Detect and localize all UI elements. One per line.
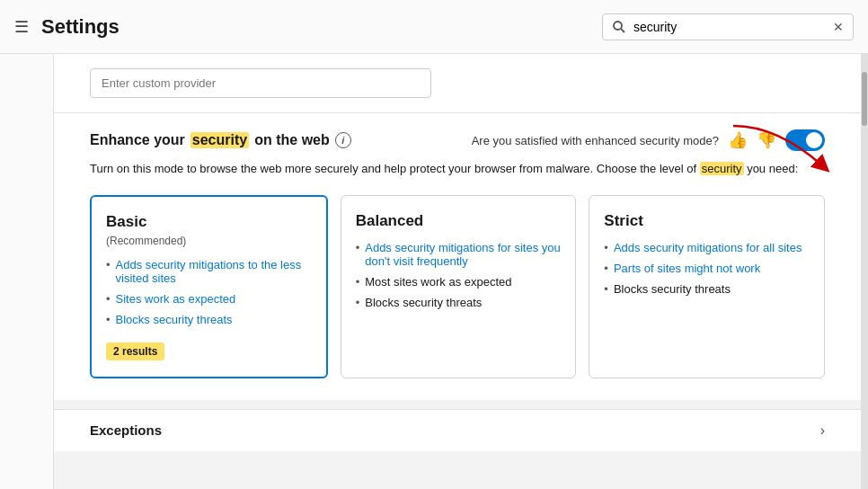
list-item: Parts of sites might not work (604, 262, 810, 275)
list-item: Most sites work as expected (356, 275, 562, 289)
strict-card[interactable]: Strict Adds security mitigations for all… (589, 195, 825, 378)
enhance-title-suffix: on the web (254, 132, 330, 148)
basic-card-title: Basic (106, 213, 312, 231)
exceptions-row[interactable]: Exceptions › (54, 409, 861, 451)
description-highlight: security (700, 162, 744, 175)
results-badge: 2 results (106, 342, 164, 360)
main-content: Enhance your security on the web i Are y… (0, 54, 868, 489)
balanced-card-title: Balanced (356, 212, 562, 230)
cards-row: Basic (Recommended) Adds security mitiga… (90, 195, 825, 378)
list-item: Sites work as expected (106, 292, 312, 306)
content-area: Enhance your security on the web i Are y… (54, 54, 861, 489)
enhanced-security-toggle[interactable] (785, 129, 825, 151)
strict-card-title: Strict (604, 212, 810, 230)
chevron-right-icon: › (820, 422, 825, 439)
clear-search-icon[interactable]: ✕ (833, 20, 844, 34)
satisfied-question: Are you satisfied with enhanced security… (472, 134, 719, 147)
page-title: Settings (41, 15, 120, 39)
description-suffix: you need: (744, 162, 799, 175)
balanced-card-list: Adds security mitigations for sites you … (356, 241, 562, 309)
svg-line-1 (621, 29, 624, 32)
scrollbar[interactable] (861, 54, 868, 489)
list-item: Blocks security threats (604, 282, 810, 296)
settings-header: ☰ Settings ✕ (0, 0, 868, 54)
description-prefix: Turn on this mode to browse the web more… (90, 162, 700, 175)
enhance-title-prefix: Enhance your (90, 132, 185, 148)
enhance-title: Enhance your security on the web i (90, 132, 351, 148)
custom-provider-section (54, 54, 861, 113)
scrollbar-thumb (862, 72, 867, 126)
list-item: Adds security mitigations to the less vi… (106, 258, 312, 285)
search-input[interactable] (633, 20, 833, 34)
menu-icon[interactable]: ☰ (14, 17, 29, 37)
basic-card-subtitle: (Recommended) (106, 235, 312, 247)
basic-card[interactable]: Basic (Recommended) Adds security mitiga… (90, 195, 328, 378)
list-item: Adds security mitigations for all sites (604, 241, 810, 254)
thumbs-down-icon[interactable]: 👎 (757, 130, 776, 150)
thumbs-up-icon[interactable]: 👍 (728, 130, 748, 150)
toggle-slider (785, 129, 825, 151)
list-item: Blocks security threats (106, 313, 312, 326)
search-icon (612, 20, 626, 34)
info-icon[interactable]: i (335, 132, 351, 148)
custom-provider-input[interactable] (90, 68, 431, 98)
strict-card-list: Adds security mitigations for all sites … (604, 241, 810, 296)
search-bar: ✕ (602, 13, 854, 40)
exceptions-label: Exceptions (90, 422, 162, 438)
list-item: Blocks security threats (356, 296, 562, 309)
sidebar-stub (0, 54, 54, 489)
basic-card-list: Adds security mitigations to the less vi… (106, 258, 312, 326)
balanced-card[interactable]: Balanced Adds security mitigations for s… (341, 195, 577, 378)
enhance-description: Turn on this mode to browse the web more… (90, 160, 825, 179)
list-item: Adds security mitigations for sites you … (356, 241, 562, 268)
satisfied-row: Are you satisfied with enhanced security… (472, 129, 825, 151)
enhance-section: Enhance your security on the web i Are y… (54, 113, 861, 400)
enhance-title-highlight: security (190, 132, 249, 148)
svg-point-0 (614, 22, 622, 30)
enhance-header-row: Enhance your security on the web i Are y… (90, 129, 825, 151)
